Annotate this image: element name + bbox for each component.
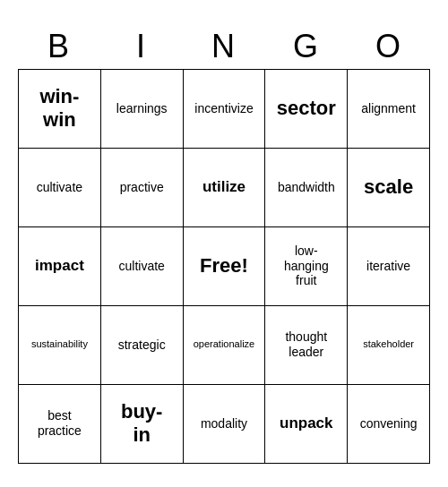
cell-r3-c0: sustainability bbox=[19, 306, 101, 385]
cell-text-r1-c4: scale bbox=[364, 175, 413, 199]
cell-text-r0-c0: win- win bbox=[39, 85, 79, 132]
header-letter-N: N bbox=[183, 24, 265, 69]
cell-text-r2-c2: Free! bbox=[200, 254, 248, 278]
header-letter-I: I bbox=[100, 24, 183, 69]
cell-r1-c2: utilize bbox=[184, 149, 266, 227]
cell-r0-c4: alignment bbox=[348, 70, 430, 149]
cell-r0-c1: learnings bbox=[101, 70, 184, 149]
header-letter-B: B bbox=[18, 24, 100, 69]
cell-r3-c4: stakeholder bbox=[348, 306, 430, 385]
cell-r4-c3: unpack bbox=[265, 385, 348, 464]
cell-r4-c1: buy- in bbox=[101, 385, 184, 464]
cell-r2-c3: low- hanging fruit bbox=[265, 227, 348, 306]
cell-r1-c4: scale bbox=[348, 149, 430, 227]
cell-text-r1-c3: bandwidth bbox=[278, 180, 335, 195]
cell-text-r1-c0: cultivate bbox=[37, 180, 82, 195]
cell-text-r3-c4: stakeholder bbox=[363, 338, 414, 350]
cell-text-r4-c1: buy- in bbox=[121, 400, 162, 448]
cell-r4-c4: convening bbox=[348, 385, 430, 464]
cell-r0-c0: win- win bbox=[19, 70, 101, 149]
cell-text-r2-c3: low- hanging fruit bbox=[284, 244, 329, 288]
cell-text-r0-c1: learnings bbox=[116, 101, 168, 116]
cell-text-r3-c2: operationalize bbox=[194, 338, 255, 350]
cell-text-r3-c0: sustainability bbox=[31, 338, 88, 350]
cell-text-r0-c3: sector bbox=[277, 97, 336, 120]
cell-text-r0-c4: alignment bbox=[361, 101, 416, 116]
cell-r0-c2: incentivize bbox=[184, 70, 266, 149]
cell-text-r2-c4: iterative bbox=[366, 259, 410, 274]
cell-r3-c1: strategic bbox=[101, 306, 184, 385]
cell-r3-c2: operationalize bbox=[184, 306, 266, 385]
cell-r2-c2: Free! bbox=[184, 227, 266, 306]
cell-text-r4-c2: modality bbox=[201, 416, 247, 431]
header-letter-O: O bbox=[348, 24, 430, 69]
cell-text-r3-c3: thought leader bbox=[285, 329, 327, 360]
cell-r0-c3: sector bbox=[265, 70, 348, 149]
cell-text-r0-c2: incentivize bbox=[194, 101, 253, 116]
bingo-card: BINGO win- winlearningsincentivizesector… bbox=[18, 24, 430, 464]
cell-text-r4-c4: convening bbox=[360, 416, 418, 431]
cell-text-r4-c3: unpack bbox=[280, 414, 333, 432]
cell-r4-c0: best practice bbox=[19, 385, 101, 464]
cell-r4-c2: modality bbox=[184, 385, 266, 464]
cell-text-r4-c0: best practice bbox=[38, 408, 82, 439]
cell-r2-c0: impact bbox=[19, 227, 101, 306]
cell-r1-c1: practive bbox=[101, 149, 184, 227]
cell-r3-c3: thought leader bbox=[265, 306, 348, 385]
cell-r1-c3: bandwidth bbox=[265, 149, 348, 227]
header-letter-G: G bbox=[265, 24, 348, 69]
bingo-grid: win- winlearningsincentivizesectoralignm… bbox=[18, 69, 430, 464]
cell-text-r2-c0: impact bbox=[35, 257, 84, 275]
cell-text-r1-c2: utilize bbox=[202, 178, 246, 196]
cell-r2-c4: iterative bbox=[348, 227, 430, 306]
cell-text-r3-c1: strategic bbox=[118, 337, 166, 353]
cell-r1-c0: cultivate bbox=[19, 149, 101, 227]
cell-text-r2-c1: cultivate bbox=[119, 259, 165, 274]
cell-r2-c1: cultivate bbox=[101, 227, 184, 306]
bingo-header: BINGO bbox=[18, 24, 430, 69]
cell-text-r1-c1: practive bbox=[120, 180, 164, 195]
